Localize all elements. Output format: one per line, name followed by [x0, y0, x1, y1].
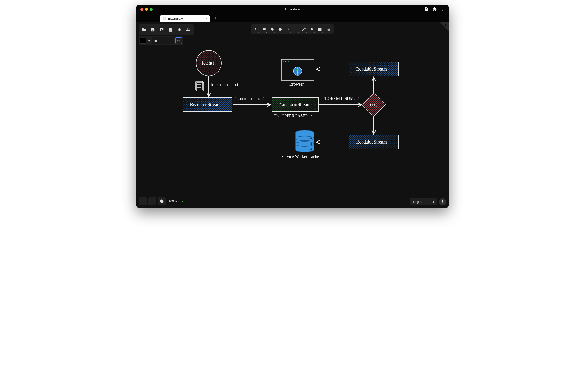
extension-icon[interactable] [432, 7, 437, 12]
svg-point-44 [310, 143, 312, 145]
zoom-out-button[interactable]: − [148, 197, 156, 205]
svg-point-43 [310, 138, 312, 139]
svg-point-36 [288, 61, 289, 62]
language-label: English [413, 200, 423, 204]
tab-excalidraw[interactable]: Excalidraw × [160, 15, 210, 22]
app-surface: # 1 2 3 4 5 6 7 A8 9 [136, 22, 449, 208]
zoom-controls: + − 100% 🛡 [139, 197, 185, 205]
label-tee: tee() [369, 102, 377, 107]
svg-point-45 [310, 148, 312, 150]
tab-strip: Excalidraw × + [136, 14, 449, 22]
window-controls [140, 8, 153, 11]
label-filename: lorem-ipsum.txt [211, 82, 238, 87]
new-tab-button[interactable]: + [214, 15, 217, 21]
close-tab-button[interactable]: × [205, 16, 208, 20]
titlebar: Excalidraw [136, 5, 449, 14]
help-button[interactable]: ? [439, 198, 446, 205]
label-lorem: "Lorem ipsum…" [234, 96, 265, 101]
tab-favicon [163, 17, 166, 20]
svg-point-34 [283, 61, 284, 62]
close-window-button[interactable] [140, 8, 143, 11]
window-title: Excalidraw [285, 8, 300, 11]
language-select[interactable]: English ▴ [410, 198, 437, 205]
label-uppercaser: The UPPERCASER™ [274, 114, 312, 118]
label-fetch: fetch() [202, 60, 214, 66]
label-browser: Browser [289, 82, 304, 87]
label-lorem-upper: "LOREM IPSUM…" [323, 96, 360, 101]
label-readable-1: ReadableStream [190, 102, 221, 107]
maximize-window-button[interactable] [150, 8, 153, 11]
bottom-right-controls: English ▴ ? [410, 198, 446, 205]
encryption-shield-icon[interactable]: 🛡 [182, 199, 185, 203]
minimize-window-button[interactable] [145, 8, 148, 11]
svg-point-0 [443, 8, 443, 8]
svg-point-2 [443, 10, 443, 11]
document-icon[interactable] [424, 7, 428, 12]
label-readable-2: ReadableStream [356, 66, 387, 72]
label-swcache: Service Worker Cache [281, 154, 319, 159]
reset-zoom-button[interactable] [158, 197, 166, 205]
zoom-level: 100% [168, 200, 177, 203]
chevron-up-icon: ▴ [433, 200, 434, 204]
zoom-in-button[interactable]: + [139, 197, 147, 205]
label-transform: TransformStream [278, 102, 311, 107]
more-icon[interactable] [441, 7, 445, 12]
app-window: Excalidraw Excalidraw × + # [136, 5, 449, 208]
svg-point-1 [443, 9, 443, 10]
svg-point-35 [285, 61, 287, 62]
tab-label: Excalidraw [168, 17, 183, 20]
label-readable-3: ReadableStream [356, 139, 387, 145]
